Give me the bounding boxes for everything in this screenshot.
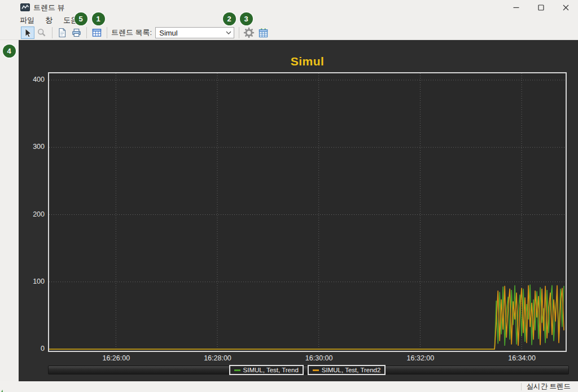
- trend-list-value: Simul: [156, 29, 224, 37]
- menu-item-1[interactable]: 창: [45, 14, 58, 27]
- trend-window-icon[interactable]: [90, 27, 103, 39]
- annotation-badge-2: 2: [223, 12, 236, 25]
- y-tick-label: 200: [19, 210, 45, 218]
- maximize-icon[interactable]: [528, 0, 553, 15]
- toolbar-separator: [86, 27, 87, 38]
- annotation-badge-1: 1: [92, 12, 105, 25]
- y-tick-label: 400: [19, 76, 45, 83]
- x-tick-label: 16:26:00: [102, 354, 130, 362]
- zoom-icon[interactable]: [35, 27, 49, 39]
- settings-gear-icon[interactable]: [242, 27, 256, 39]
- chevron-down-icon: [224, 31, 234, 34]
- calendar-icon[interactable]: [256, 27, 270, 39]
- title-bar: 트렌드 뷰: [0, 0, 578, 15]
- toolbar: 트렌드 목록: Simul: [0, 26, 578, 40]
- status-separator: [521, 383, 522, 390]
- annotation-badge-3: 3: [240, 12, 253, 25]
- report-icon[interactable]: [55, 27, 69, 39]
- app-logo-icon: [20, 3, 30, 11]
- x-tick-label: 16:32:00: [407, 354, 435, 362]
- trend-panel: Simul 0100200300400 16:26:0016:28:0016:3…: [19, 40, 578, 381]
- legend-color-dash: [234, 369, 240, 371]
- chart-legend: SIMUL, Test, TrendSIMUL, Test, Trend2: [48, 365, 567, 375]
- trend-view-window: 트렌드 뷰 파일창도움말: [0, 0, 578, 392]
- status-mode-text: 실시간 트렌드: [527, 382, 571, 391]
- screen-corner-artifact: [0, 387, 5, 392]
- trend-list-label: 트렌드 목록:: [111, 28, 152, 38]
- window-title: 트렌드 뷰: [33, 3, 65, 13]
- y-tick-label: 0: [19, 345, 45, 353]
- trend-list-combobox[interactable]: Simul: [155, 27, 234, 38]
- menu-item-0[interactable]: 파일: [20, 14, 40, 27]
- toolbar-separator: [107, 27, 107, 38]
- legend-color-dash: [313, 369, 319, 371]
- toolbar-separator: [52, 27, 52, 38]
- x-tick-label: 16:30:00: [305, 354, 333, 362]
- plot-area[interactable]: [48, 72, 567, 352]
- annotation-badge-5: 5: [75, 12, 87, 25]
- annotation-badge-4: 4: [3, 45, 16, 58]
- window-controls: [503, 0, 578, 15]
- chart-title: Simul: [48, 55, 567, 68]
- legend-item-1[interactable]: SIMUL, Test, Trend2: [308, 365, 386, 375]
- legend-label: SIMUL, Test, Trend2: [322, 367, 381, 373]
- close-icon[interactable]: [553, 0, 578, 15]
- series-line-0: [49, 285, 564, 350]
- toolbar-separator: [239, 27, 239, 38]
- print-icon[interactable]: [69, 27, 83, 39]
- x-tick-label: 16:28:00: [204, 354, 231, 362]
- legend-item-0[interactable]: SIMUL, Test, Trend: [229, 365, 304, 375]
- y-tick-label: 100: [19, 278, 45, 285]
- x-tick-label: 16:34:00: [508, 354, 536, 362]
- y-tick-label: 300: [19, 143, 45, 151]
- cursor-select-icon[interactable]: [21, 27, 34, 39]
- legend-label: SIMUL, Test, Trend: [243, 367, 299, 373]
- series-line-1: [49, 285, 564, 349]
- minimize-icon[interactable]: [503, 0, 528, 15]
- status-bar: 실시간 트렌드: [0, 381, 578, 392]
